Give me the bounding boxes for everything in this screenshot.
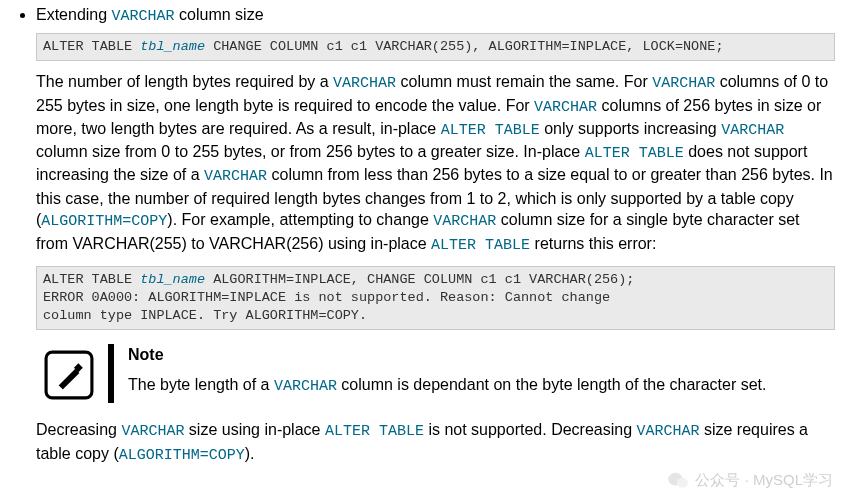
keyword-varchar: VARCHAR (333, 75, 396, 92)
note-body: Note The byte length of a VARCHAR column… (128, 340, 767, 407)
watermark-text: 公众号 · MySQL学习 (695, 470, 833, 486)
text: size using in-place (184, 421, 325, 438)
keyword-varchar: VARCHAR (121, 423, 184, 440)
keyword-varchar: VARCHAR (274, 378, 337, 395)
keyword-varchar: VARCHAR (433, 213, 496, 230)
code-placeholder: tbl_name (140, 272, 205, 287)
text: The byte length of a (128, 376, 274, 393)
code-text: CHANGE COLUMN c1 c1 VARCHAR(255), ALGORI… (205, 39, 723, 54)
keyword-varchar: VARCHAR (652, 75, 715, 92)
keyword-varchar: VARCHAR (721, 122, 784, 139)
watermark: 公众号 · MySQL学习 (667, 470, 833, 486)
list-item: Extending VARCHAR column size ALTER TABL… (36, 4, 835, 466)
keyword-alter-table: ALTER TABLE (441, 122, 540, 139)
text: returns this error: (530, 235, 656, 252)
note-divider (108, 344, 114, 403)
note-title: Note (128, 344, 767, 366)
keyword-varchar: VARCHAR (637, 423, 700, 440)
note-box: Note The byte length of a VARCHAR column… (36, 340, 835, 407)
keyword-alter-table: ALTER TABLE (431, 237, 530, 254)
text: column size from 0 to 255 bytes, or from… (36, 143, 585, 160)
keyword-alter-table: ALTER TABLE (325, 423, 424, 440)
text: The number of length bytes required by a (36, 73, 333, 90)
note-text: The byte length of a VARCHAR column is d… (128, 374, 767, 397)
code-text: ALTER TABLE (43, 39, 140, 54)
wechat-icon (667, 471, 689, 486)
text: is not supported. Decreasing (424, 421, 637, 438)
svg-point-3 (669, 473, 683, 486)
keyword-alter-table: ALTER TABLE (585, 145, 684, 162)
keyword-varchar: VARCHAR (112, 8, 175, 25)
section-title: Extending VARCHAR column size (36, 4, 835, 27)
text: ). For example, attempting to change (167, 211, 433, 228)
code-block-1: ALTER TABLE tbl_name CHANGE COLUMN c1 c1… (36, 33, 835, 61)
text: column is dependant on the byte length o… (337, 376, 767, 393)
text: ). (245, 445, 255, 462)
keyword-algorithm-copy: ALGORITHM=COPY (41, 213, 167, 230)
content-list: Extending VARCHAR column size ALTER TABL… (14, 4, 835, 466)
keyword-varchar: VARCHAR (204, 168, 267, 185)
keyword-algorithm-copy: ALGORITHM=COPY (119, 447, 245, 464)
text: column must remain the same. For (396, 73, 652, 90)
paragraph-2: Decreasing VARCHAR size using in-place A… (36, 419, 835, 466)
code-placeholder: tbl_name (140, 39, 205, 54)
text: Decreasing (36, 421, 121, 438)
code-text: ALTER TABLE (43, 272, 140, 287)
code-block-2: ALTER TABLE tbl_name ALGORITHM=INPLACE, … (36, 266, 835, 331)
text: only supports increasing (540, 120, 721, 137)
note-icon (44, 350, 94, 400)
keyword-varchar: VARCHAR (534, 99, 597, 116)
text: column size (175, 6, 264, 23)
text: Extending (36, 6, 112, 23)
svg-point-4 (678, 478, 689, 486)
paragraph-1: The number of length bytes required by a… (36, 71, 835, 255)
